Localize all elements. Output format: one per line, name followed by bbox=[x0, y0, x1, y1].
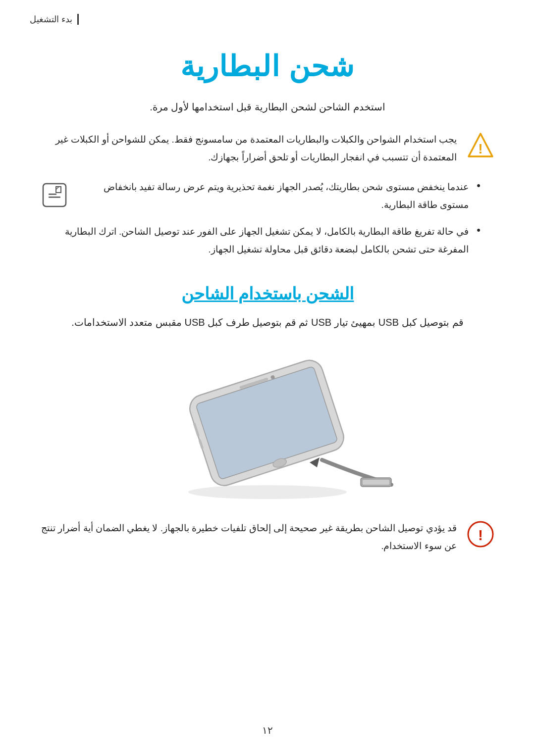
bullet-dot-2: • bbox=[477, 224, 481, 237]
page-number: ١٢ bbox=[262, 724, 273, 736]
svg-text:!: ! bbox=[478, 527, 483, 543]
phone-image-container bbox=[40, 346, 495, 504]
svg-text:!: ! bbox=[478, 141, 482, 156]
caution-text: قد يؤدي توصيل الشاحن بطريقة غير صحيحة إل… bbox=[40, 519, 457, 555]
svg-rect-15 bbox=[363, 480, 389, 485]
warning-text: يجب استخدام الشواحن والكبلات والبطاريات … bbox=[40, 131, 457, 166]
caution-notice: ! قد يؤدي توصيل الشاحن بطريقة غير صحيحة … bbox=[40, 519, 495, 555]
section-title: الشحن باستخدام الشاحن bbox=[40, 284, 495, 303]
svg-rect-2 bbox=[43, 184, 66, 206]
phone-illustration bbox=[139, 346, 396, 504]
bullet-item-2: • في حالة تفريغ طاقة البطارية بالكامل، ل… bbox=[40, 223, 481, 258]
section-intro: قم بتوصيل كبل USB بمهيئ تيار USB ثم قم ب… bbox=[40, 313, 495, 331]
svg-marker-16 bbox=[310, 457, 320, 467]
caution-icon: ! bbox=[466, 519, 495, 549]
warning-notice: ! يجب استخدام الشواحن والكبلات والبطاريا… bbox=[40, 131, 495, 166]
corner-label: بدء التشغيل bbox=[30, 14, 79, 25]
svg-rect-3 bbox=[49, 194, 56, 195]
svg-point-17 bbox=[188, 485, 347, 499]
note-icon-1 bbox=[40, 180, 69, 210]
bullet-item-1: • عندما ينخفض مستوى شحن بطاريتك، يُصدر ا… bbox=[40, 178, 481, 214]
bullet-text-2: في حالة تفريغ طاقة البطارية بالكامل، لا … bbox=[40, 223, 469, 258]
svg-rect-4 bbox=[49, 197, 60, 198]
page-title: شحن البطارية bbox=[40, 50, 495, 83]
warning-icon: ! bbox=[466, 131, 495, 160]
bullet-section: • عندما ينخفض مستوى شحن بطاريتك، يُصدر ا… bbox=[40, 178, 481, 258]
bullet-dot-1: • bbox=[477, 179, 481, 192]
bullet-text-1: عندما ينخفض مستوى شحن بطاريتك، يُصدر الج… bbox=[77, 178, 469, 214]
intro-text: استخدم الشاحن لشحن البطارية قبل استخدامه… bbox=[40, 98, 495, 116]
